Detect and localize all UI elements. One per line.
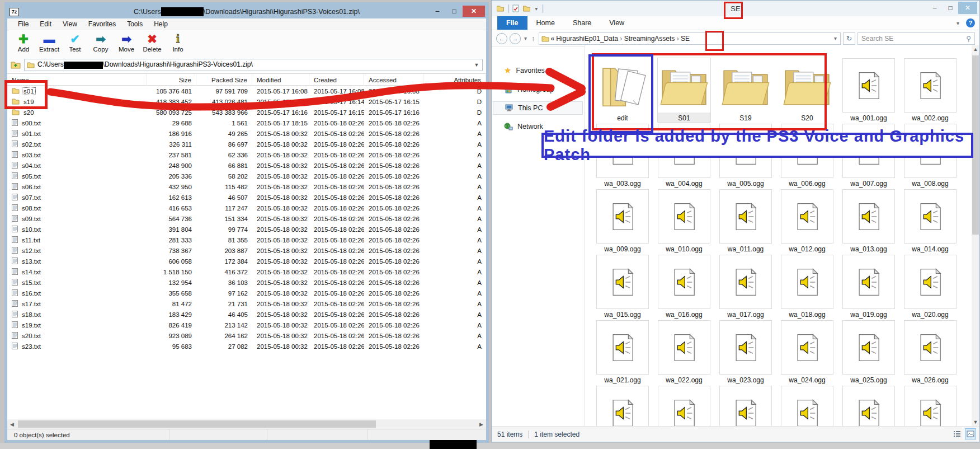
table-row[interactable]: s03.txt237 58162 3362015-05-18 00:322015… (7, 149, 486, 160)
table-row[interactable]: s19.txt826 419213 1422015-05-18 00:32201… (7, 320, 486, 330)
file-tile[interactable]: wa_014.ogg (904, 189, 957, 253)
breadcrumb-overflow[interactable]: « (551, 35, 555, 43)
file-tile[interactable]: wa_023.ogg (719, 320, 772, 384)
refresh-icon[interactable]: ↻ (843, 32, 855, 45)
table-row[interactable]: s23.txt95 68327 0822015-05-18 00:322015-… (7, 341, 486, 352)
file-tile[interactable]: wa_002.ogg (904, 58, 957, 122)
sidebar-item-network[interactable]: Network (493, 120, 583, 133)
minimize-button[interactable]: ‒ (429, 6, 446, 17)
help-icon[interactable]: ? (966, 18, 975, 27)
test-button[interactable]: ✔Test (63, 31, 87, 53)
scroll-up-icon[interactable]: ▲ (972, 46, 979, 52)
file-tile[interactable] (658, 386, 710, 426)
table-row[interactable]: s04.txt248 90066 8812015-05-18 00:322015… (7, 160, 486, 171)
folder-up-icon[interactable] (11, 60, 21, 69)
file-tile[interactable]: wa_010.ogg (658, 189, 710, 253)
table-row[interactable]: s02.txt326 31186 6972015-05-18 00:322015… (7, 139, 486, 149)
file-tile[interactable]: wa_018.ogg (781, 255, 833, 319)
file-tile[interactable] (719, 386, 772, 426)
file-tile[interactable]: wa_004.ogg (658, 124, 710, 188)
tab-file[interactable]: File (497, 16, 527, 30)
column-header-attributes[interactable]: Attributes (423, 74, 486, 86)
folder-tile-edit[interactable]: edit (596, 58, 649, 122)
copy-button[interactable]: ➡Copy (89, 31, 112, 53)
file-tile[interactable] (842, 386, 895, 426)
file-tile[interactable]: wa_005.ogg (719, 124, 772, 188)
menu-help[interactable]: Help (149, 19, 173, 29)
file-tile[interactable] (781, 386, 833, 426)
forward-icon[interactable]: → (510, 33, 521, 44)
file-tile[interactable]: wa_021.ogg (596, 320, 649, 384)
breadcrumb-segment[interactable]: StreamingAssets (622, 35, 676, 43)
ribbon-expand-icon[interactable]: ▾ (955, 20, 960, 26)
maximize-button[interactable]: □ (446, 6, 463, 17)
tab-view[interactable]: View (600, 16, 633, 30)
menu-view[interactable]: View (58, 19, 82, 29)
sidebar-item-favorites[interactable]: ★Favorites (493, 63, 583, 78)
table-row[interactable]: s18.txt183 42946 4052015-05-18 00:322015… (7, 309, 486, 320)
sidebar-item-this-pc[interactable]: This PC (493, 101, 583, 115)
tab-share[interactable]: Share (564, 16, 600, 30)
table-row[interactable]: s19418 383 452413 026 4812015-05-17 16:1… (7, 96, 486, 107)
table-row[interactable]: s13.txt606 058172 3842015-05-18 00:32201… (7, 256, 486, 266)
explorer-titlebar[interactable]: | ▾ | SE ‒ □ ✕ (492, 1, 979, 16)
breadcrumb-segment[interactable]: SE (679, 35, 690, 43)
history-dropdown-icon[interactable]: ▾ (523, 35, 528, 41)
column-header-size[interactable]: Size (147, 74, 196, 86)
sidebar-item-homegroup[interactable]: Homegroup (493, 83, 583, 96)
address-dropdown-icon[interactable]: ▾ (833, 35, 838, 41)
menu-favorites[interactable]: Favorites (83, 19, 121, 29)
list-column-headers[interactable]: NameSizePacked SizeModifiedCreatedAccess… (7, 74, 486, 86)
table-row[interactable]: s11.txt281 33381 3552015-05-18 00:322015… (7, 235, 486, 245)
scroll-left-icon[interactable]: ◀ (7, 422, 17, 427)
vertical-scrollbar[interactable]: ▲ ▼ (972, 45, 979, 426)
file-tile[interactable]: wa_015.ogg (596, 255, 649, 319)
file-tile[interactable]: wa_026.ogg (904, 320, 957, 384)
large-icons-view-icon[interactable] (965, 428, 976, 439)
file-tile[interactable]: wa_019.ogg (842, 255, 895, 319)
folder-tile-S19[interactable]: S19 (719, 58, 772, 122)
details-view-icon[interactable] (951, 428, 963, 439)
file-tile[interactable]: wa_020.ogg (904, 255, 957, 319)
file-tile[interactable]: wa_024.ogg (781, 320, 833, 384)
scroll-right-icon[interactable]: ▶ (477, 422, 486, 427)
delete-button[interactable]: ✖Delete (140, 31, 164, 53)
column-header-modified[interactable]: Modified (252, 74, 309, 86)
scrollbar-thumb[interactable] (18, 420, 376, 428)
table-row[interactable]: s01105 376 48197 591 7092015-05-17 16:08… (7, 86, 486, 96)
file-tile[interactable]: wa_025.ogg (842, 320, 895, 384)
info-button[interactable]: iInfo (166, 31, 190, 53)
close-button[interactable]: ✕ (463, 6, 485, 17)
add-button[interactable]: ✚Add (12, 31, 35, 53)
column-header-accessed[interactable]: Accessed (364, 74, 423, 86)
table-row[interactable]: s20580 093 725543 383 9662015-05-17 16:1… (7, 107, 486, 118)
up-icon[interactable]: ↑ (530, 34, 536, 43)
breadcrumb-segment[interactable]: HigurashiEp01_Data (556, 35, 620, 43)
breadcrumb[interactable]: « HigurashiEp01_Data › StreamingAssets ›… (539, 32, 841, 45)
extract-button[interactable]: ▬Extract (37, 31, 61, 53)
file-tile[interactable]: wa_007.ogg (842, 124, 895, 188)
table-row[interactable]: s05.txt205 33658 2022015-05-18 00:322015… (7, 171, 486, 181)
table-row[interactable]: s08.txt416 653117 2472015-05-18 00:32201… (7, 203, 486, 213)
file-tile[interactable]: wa_009.ogg (596, 189, 649, 253)
folder-tile-S20[interactable]: S20 (781, 58, 833, 122)
table-row[interactable]: s01.txt186 91649 2652015-05-18 00:322015… (7, 128, 486, 139)
file-tile[interactable] (596, 386, 649, 426)
table-row[interactable]: s09.txt564 736151 3342015-05-18 00:32201… (7, 213, 486, 224)
menu-file[interactable]: File (13, 19, 34, 29)
file-tile[interactable]: wa_012.ogg (781, 189, 833, 253)
table-row[interactable]: s00.txt29 6881 5612015-05-17 18:152015-0… (7, 118, 486, 128)
minimize-button[interactable]: ‒ (927, 2, 943, 14)
close-button[interactable]: ✕ (958, 2, 977, 14)
file-tile[interactable]: wa_001.ogg (842, 58, 895, 122)
move-button[interactable]: ➡Move (115, 31, 138, 53)
file-tile[interactable] (904, 386, 957, 426)
file-tile[interactable]: wa_006.ogg (781, 124, 833, 188)
scroll-down-icon[interactable]: ▼ (972, 419, 979, 425)
folder-tile-S01[interactable]: S01 (658, 58, 710, 122)
file-tile[interactable]: wa_017.ogg (719, 255, 772, 319)
menu-tools[interactable]: Tools (122, 19, 148, 29)
column-header-name[interactable]: Name (7, 74, 147, 86)
table-row[interactable]: s10.txt391 80499 7742015-05-18 00:322015… (7, 224, 486, 235)
menu-edit[interactable]: Edit (35, 19, 56, 29)
